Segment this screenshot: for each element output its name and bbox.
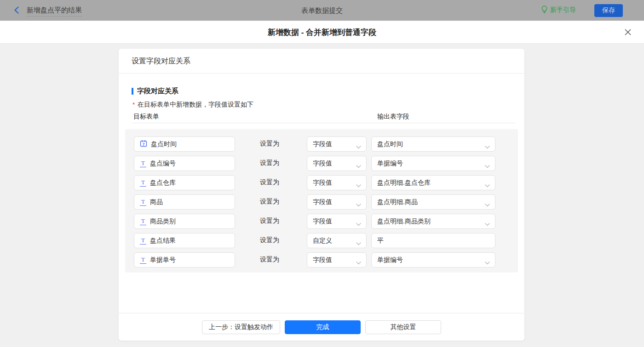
mode-select-label: 字段值 — [313, 140, 332, 148]
required-asterisk: * — [132, 101, 135, 108]
chevron-down-icon — [485, 220, 490, 228]
value-label: 盘点时间 — [377, 140, 403, 148]
mapping-row: T 商品类别 设置为 字段值 盘点明细.商品类别 — [125, 214, 518, 229]
field-label: 盘点编号 — [150, 159, 176, 168]
value-label: 单据编号 — [377, 159, 403, 168]
field-label: 单据单号 — [150, 256, 176, 264]
mode-select[interactable]: 字段值 — [307, 214, 367, 229]
card-footer: 上一步：设置触发动作 完成 其他设置 — [119, 313, 524, 341]
text-icon: T — [140, 199, 146, 206]
mode-select-label: 自定义 — [313, 237, 332, 245]
modal-body: 设置字段对应关系 字段对应关系 *在目标表单中新增数据，字段值设置如下 目标表单… — [0, 44, 644, 347]
mode-select-label: 字段值 — [313, 198, 332, 206]
mode-select[interactable]: 字段值 — [307, 156, 367, 171]
section-accent-bar — [132, 88, 133, 95]
text-icon: T — [140, 160, 146, 167]
field-label: 商品类别 — [150, 217, 176, 226]
chevron-down-icon — [485, 182, 490, 189]
target-field-box[interactable]: T 商品类别 — [134, 214, 235, 229]
mapping-row: T 商品 设置为 字段值 盘点明细.商品 — [125, 194, 518, 210]
value-cell[interactable]: 平 — [371, 233, 495, 248]
chevron-down-icon — [485, 143, 490, 150]
chevron-down-icon — [356, 259, 361, 266]
beginner-guide-label: 新手引导 — [550, 6, 576, 14]
calendar-icon: 7 — [140, 140, 147, 148]
set-as-label: 设置为 — [260, 198, 279, 206]
save-button[interactable]: 保存 — [594, 4, 623, 17]
value-label: 单据编号 — [377, 256, 403, 264]
chevron-down-icon — [485, 162, 490, 170]
field-label: 盘点仓库 — [150, 179, 176, 187]
mapping-row: T 盘点结果 设置为 自定义 平 — [125, 233, 518, 248]
modal-header: 新增数据 - 合并新增到普通字段 — [0, 21, 644, 44]
text-icon: T — [140, 179, 146, 187]
field-label: 盘点结果 — [150, 237, 176, 245]
value-label: 盘点明细.商品类别 — [377, 217, 431, 226]
mode-select-label: 字段值 — [313, 159, 332, 168]
column-divider — [132, 123, 515, 123]
target-field-box[interactable]: 7 盘点时间 — [134, 137, 235, 152]
mapping-row: T 盘点仓库 设置为 字段值 盘点明细.盘点仓库 — [125, 175, 518, 190]
mapping-row: 7 盘点时间 设置为 字段值 盘点时间 — [125, 137, 518, 152]
value-cell[interactable]: 盘点明细.盘点仓库 — [371, 175, 495, 190]
target-field-box[interactable]: T 盘点仓库 — [134, 175, 235, 190]
chevron-down-icon — [356, 220, 361, 228]
text-icon: T — [140, 237, 146, 245]
mode-select-label: 字段值 — [313, 179, 332, 187]
set-as-label: 设置为 — [260, 178, 279, 187]
target-field-box[interactable]: T 盘点结果 — [134, 233, 235, 248]
chevron-down-icon — [356, 162, 361, 170]
mode-select-label: 字段值 — [313, 217, 332, 226]
prev-step-button[interactable]: 上一步：设置触发动作 — [202, 320, 280, 334]
mapping-row: T 盘点编号 设置为 字段值 单据编号 — [125, 156, 518, 171]
chevron-down-icon — [356, 239, 361, 247]
mode-select-label: 字段值 — [313, 256, 332, 264]
mode-select[interactable]: 字段值 — [307, 175, 367, 190]
field-label: 盘点时间 — [151, 140, 177, 148]
target-field-box[interactable]: T 商品 — [134, 194, 235, 210]
card-header-title: 设置字段对应关系 — [119, 49, 524, 74]
column-header-output-field: 输出表字段 — [377, 113, 409, 121]
modal-title: 新增数据 - 合并新增到普通字段 — [0, 27, 644, 38]
chevron-down-icon — [356, 182, 361, 189]
other-settings-button[interactable]: 其他设置 — [365, 320, 441, 334]
value-cell[interactable]: 单据编号 — [371, 252, 495, 267]
value-label: 盘点明细.商品 — [377, 198, 418, 206]
set-as-label: 设置为 — [260, 140, 279, 148]
target-field-box[interactable]: T 单据单号 — [134, 252, 235, 267]
section-title: 字段对应关系 — [132, 87, 178, 96]
chevron-down-icon — [356, 201, 361, 208]
text-icon: T — [140, 256, 146, 264]
svg-text:7: 7 — [143, 142, 145, 147]
set-as-label: 设置为 — [260, 217, 279, 225]
mode-select[interactable]: 字段值 — [307, 252, 367, 267]
mapping-row: T 单据单号 设置为 字段值 单据编号 — [125, 252, 518, 267]
lightbulb-icon — [541, 6, 548, 15]
text-icon: T — [140, 218, 146, 225]
value-label: 平 — [377, 237, 384, 245]
set-as-label: 设置为 — [260, 236, 279, 245]
value-cell[interactable]: 单据编号 — [371, 156, 495, 171]
set-as-label: 设置为 — [260, 256, 279, 264]
chevron-down-icon — [485, 259, 490, 266]
field-label: 商品 — [150, 198, 163, 206]
done-button[interactable]: 完成 — [285, 320, 361, 334]
chevron-down-icon — [485, 201, 490, 208]
mode-select[interactable]: 自定义 — [307, 233, 367, 248]
beginner-guide-link[interactable]: 新手引导 — [541, 6, 576, 15]
section-title-label: 字段对应关系 — [137, 87, 178, 96]
top-navbar: 新增盘点平的结果 表单数据提交 新手引导 保存 — [0, 0, 644, 21]
value-cell[interactable]: 盘点明细.商品 — [371, 194, 495, 210]
value-cell[interactable]: 盘点明细.商品类别 — [371, 214, 495, 229]
mode-select[interactable]: 字段值 — [307, 137, 367, 152]
column-header-target-form: 目标表单 — [133, 113, 159, 121]
value-cell[interactable]: 盘点时间 — [371, 137, 495, 152]
mapping-rows: 7 盘点时间 设置为 字段值 盘点时间 T 盘点编号 设置为 字段值 — [125, 137, 518, 267]
set-as-label: 设置为 — [260, 159, 279, 167]
chevron-down-icon — [356, 143, 361, 150]
required-note-text: 在目标表单中新增数据，字段值设置如下 — [138, 101, 253, 108]
target-field-box[interactable]: T 盘点编号 — [134, 156, 235, 171]
mode-select[interactable]: 字段值 — [307, 194, 367, 210]
close-icon[interactable] — [623, 27, 633, 37]
settings-card: 设置字段对应关系 字段对应关系 *在目标表单中新增数据，字段值设置如下 目标表单… — [119, 49, 524, 341]
